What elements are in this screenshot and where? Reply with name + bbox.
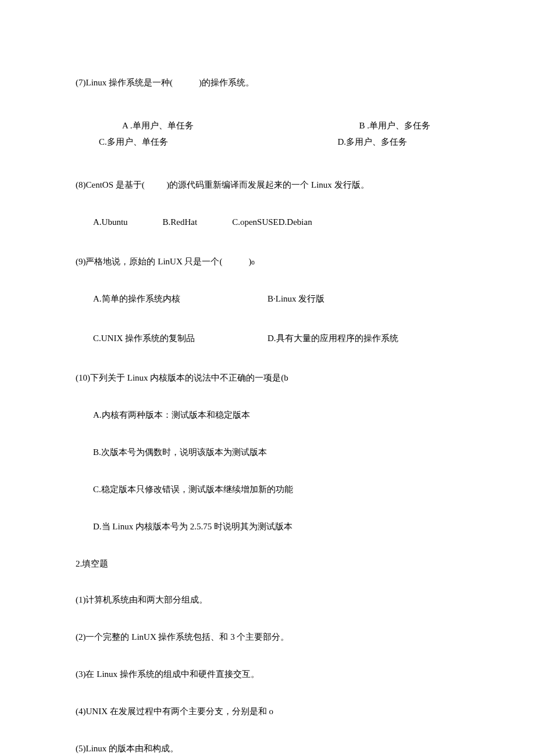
question-7-stem: (7)Linux 操作系统是一种( )的操作系统。 xyxy=(76,76,459,89)
option-b: B .单用户、多任务 xyxy=(359,119,430,132)
question-8-stem: (8)CentOS 是基于( )的源代码重新编译而发展起来的一个 Linux 发… xyxy=(76,178,459,192)
option-b: B·Linux 发行版 xyxy=(268,292,324,306)
option-a: A.简单的操作系统内核 xyxy=(93,292,268,306)
fill-question-5: (5)Linux 的版本由和构成。 xyxy=(76,741,459,755)
question-9: (9)严格地说，原始的 LinUX 只是一个( )₀ A.简单的操作系统内核 B… xyxy=(76,255,459,345)
fill-question-3: (3)在 Linux 操作系统的组成中和硬件直接交互。 xyxy=(76,667,459,681)
option-a: A.Ubuntu xyxy=(93,215,128,229)
option-d: D.具有大量的应用程序的操作系统 xyxy=(268,331,398,345)
option-cd: C.openSUSED.Debian xyxy=(232,215,312,229)
option-c: C.稳定版本只修改错误，测试版本继续增加新的功能 xyxy=(93,482,459,496)
question-7-options: A .单用户、单任务 B .单用户、多任务 C.多用户、单任务 D.多用户、多任… xyxy=(99,119,459,149)
question-9-options: A.简单的操作系统内核 B·Linux 发行版 C.UNIX 操作系统的复制品 … xyxy=(93,292,459,345)
option-a: A .单用户、单任务 xyxy=(122,119,194,132)
question-8: (8)CentOS 是基于( )的源代码重新编译而发展起来的一个 Linux 发… xyxy=(76,178,459,229)
fill-question-4: (4)UNIX 在发展过程中有两个主要分支，分别是和 o xyxy=(76,704,459,718)
options-row: A.简单的操作系统内核 B·Linux 发行版 xyxy=(93,292,407,306)
fill-question-2: (2)一个完整的 LinUX 操作系统包括、和 3 个主要部分。 xyxy=(76,630,459,644)
question-9-stem: (9)严格地说，原始的 LinUX 只是一个( )₀ xyxy=(76,255,459,268)
question-10: (10)下列关于 Linux 内核版本的说法中不正确的一项是(b A.内核有两种… xyxy=(76,371,459,533)
question-7: (7)Linux 操作系统是一种( )的操作系统。 A .单用户、单任务 B .… xyxy=(76,76,459,149)
options-row: A .单用户、单任务 B .单用户、多任务 xyxy=(122,119,430,132)
option-b: B.RedHat xyxy=(163,215,198,229)
question-8-options: A.Ubuntu B.RedHat C.openSUSED.Debian xyxy=(93,215,459,229)
section-2-title: 2.填空题 xyxy=(76,557,459,571)
option-c: C.UNIX 操作系统的复制品 xyxy=(93,331,268,345)
option-a: A.内核有两种版本：测试版本和稳定版本 xyxy=(93,408,459,422)
option-d: D.多用户、多任务 xyxy=(337,135,407,149)
question-10-options: A.内核有两种版本：测试版本和稳定版本 B.次版本号为偶数时，说明该版本为测试版… xyxy=(93,408,459,533)
question-10-stem: (10)下列关于 Linux 内核版本的说法中不正确的一项是(b xyxy=(76,371,459,385)
fill-question-1: (1)计算机系统由和两大部分组成。 xyxy=(76,593,459,607)
options-row: C.UNIX 操作系统的复制品 D.具有大量的应用程序的操作系统 xyxy=(93,331,407,345)
option-b: B.次版本号为偶数时，说明该版本为测试版本 xyxy=(93,445,459,459)
option-d: D.当 Linux 内核版本号为 2.5.75 时说明其为测试版本 xyxy=(93,519,459,533)
option-c: C.多用户、单任务 xyxy=(99,135,168,149)
options-row: C.多用户、单任务 D.多用户、多任务 xyxy=(99,135,407,149)
